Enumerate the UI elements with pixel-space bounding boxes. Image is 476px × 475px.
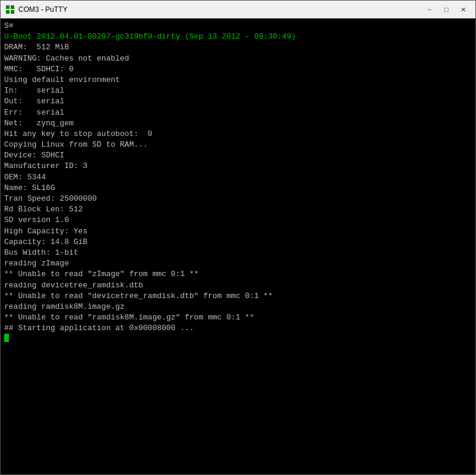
terminal-line: Capacity: 14.8 GiB [4, 237, 472, 248]
terminal-line: MMC: SDHCI: 0 [4, 64, 472, 75]
terminal-line: High Capacity: Yes [4, 226, 472, 237]
terminal-line: ** Unable to read "zImage" from mmc 0:1 … [4, 269, 472, 280]
terminal-line: reading ramdisk8M.image.gz [4, 302, 472, 312]
terminal-line: ## Starting application at 0x00008000 ..… [4, 323, 472, 334]
svg-rect-1 [11, 5, 14, 9]
terminal-prompt-line: S≡ [4, 21, 472, 31]
terminal-line: WARNING: Caches not enabled [4, 53, 472, 64]
terminal-line: Rd Block Len: 512 [4, 204, 472, 215]
terminal-lines: U-Boot 2012.04.01-00297-gc319bf9-dirty (… [4, 31, 472, 334]
close-button[interactable]: ✕ [455, 4, 471, 15]
maximize-button[interactable]: □ [439, 4, 454, 15]
terminal-line: SD version 1.0 [4, 215, 472, 226]
terminal-line: Using default environment [4, 75, 472, 86]
terminal-line: Hit any key to stop autoboot: 0 [4, 129, 472, 140]
terminal-line: ** Unable to read "ramdisk8M.image.gz" f… [4, 312, 472, 323]
terminal-line: Manufacturer ID: 3 [4, 161, 472, 172]
terminal-line: Copying Linux from SD to RAM... [4, 140, 472, 150]
terminal-line: reading zImage [4, 258, 472, 269]
terminal-line: DRAM: 512 MiB [4, 42, 472, 53]
terminal-line: ** Unable to read "devicetree_ramdisk.dt… [4, 291, 472, 302]
terminal-line: OEM: 5344 [4, 172, 472, 183]
terminal-output[interactable]: S≡ U-Boot 2012.04.01-00297-gc319bf9-dirt… [1, 18, 475, 474]
putty-icon [5, 5, 15, 14]
titlebar: COM3 - PuTTY − □ ✕ [1, 1, 475, 18]
terminal-line: Bus Width: 1-bit [4, 248, 472, 258]
terminal-cursor-line [4, 334, 472, 342]
terminal-line: Net: zynq_gem [4, 118, 472, 129]
terminal-line: U-Boot 2012.04.01-00297-gc319bf9-dirty (… [4, 31, 472, 42]
terminal-line: Tran Speed: 25000000 [4, 194, 472, 204]
window-title: COM3 - PuTTY [18, 5, 422, 14]
terminal-cursor [4, 334, 9, 342]
terminal-line: Name: SL16G [4, 183, 472, 194]
putty-window: COM3 - PuTTY − □ ✕ S≡ U-Boot 2012.04.01-… [0, 0, 476, 475]
svg-rect-3 [11, 10, 14, 14]
terminal-line: Err: serial [4, 107, 472, 118]
svg-rect-0 [6, 5, 9, 9]
terminal-line: reading devicetree_ramdisk.dtb [4, 280, 472, 291]
terminal-line: Out: serial [4, 96, 472, 107]
terminal-line: In: serial [4, 86, 472, 96]
svg-rect-2 [6, 10, 9, 14]
terminal-line: Device: SDHCI [4, 150, 472, 161]
window-controls: − □ ✕ [422, 4, 471, 15]
minimize-button[interactable]: − [422, 4, 437, 15]
